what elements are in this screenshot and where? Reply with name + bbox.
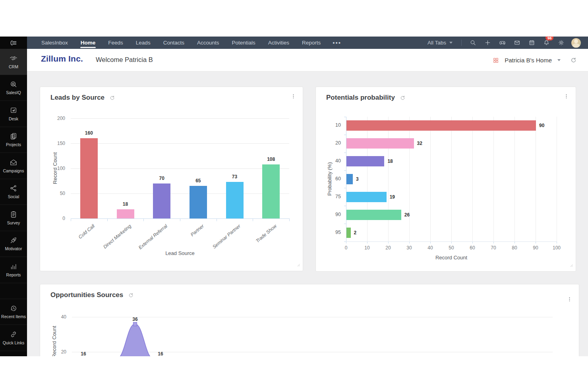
gridline [557,117,557,241]
point-value-label: 36 [129,317,141,322]
resize-handle[interactable] [296,262,301,269]
area-series[interactable] [72,284,553,356]
bar-value-label: 70 [153,176,170,181]
y-axis-tick [344,135,346,135]
bar-value-label: 32 [417,138,422,149]
sidebar-item-recent-items[interactable]: Recent Items [0,299,27,325]
x-axis-category-label: Trade Show [255,223,278,244]
gridline [536,117,536,241]
x-axis-title: Lead Source [71,250,289,256]
company-name: Zillum Inc. [41,54,83,64]
documents-icon [10,132,17,140]
resize-handle[interactable] [569,262,574,269]
tab-salesinbox[interactable]: SalesInbox [35,37,74,49]
chevron-down-icon[interactable] [557,59,561,61]
refresh-chart-button[interactable] [400,95,406,101]
bar-probability-95[interactable] [346,228,351,238]
y-axis-title: Probability (%) [327,147,333,211]
tab-contacts[interactable]: Contacts [157,37,191,49]
all-tabs-dropdown[interactable]: All Tabs [427,40,453,46]
calendar-icon [528,39,535,46]
sidebar-item-projects[interactable]: Projects [0,127,27,153]
y-axis-tick [344,241,346,242]
search-button[interactable] [466,37,480,49]
bar-value-label: 3 [356,174,359,184]
bar-probability-90[interactable] [346,210,401,220]
bar-value-label: 26 [404,210,410,220]
tab-feeds[interactable]: Feeds [102,37,130,49]
x-axis-tick-label: 20 [382,245,394,251]
bar-direct-marketing[interactable] [117,209,134,218]
bar-probability-10[interactable] [346,120,536,131]
chart-options-menu[interactable] [563,93,569,101]
leads-by-source-plot: 050100150200160Cold Call18Direct Marketi… [71,118,289,218]
chart-options-menu[interactable] [567,296,573,304]
bar-probability-60[interactable] [346,174,353,184]
tab-reports[interactable]: Reports [296,37,327,49]
gridline [71,168,289,169]
rocket-icon [10,236,17,244]
settings-button[interactable] [554,37,569,49]
bar-probability-75[interactable] [346,192,387,202]
tab-accounts[interactable]: Accounts [191,37,226,49]
link-icon [10,330,17,338]
sidebar-item-quick-links[interactable]: Quick Links [0,325,27,351]
x-axis-tick [71,218,71,221]
bar-seminar-partner[interactable] [226,182,244,218]
chart-options-menu[interactable] [290,93,296,101]
dashboard-content: Leads by Source 050100150200160Cold Call… [27,71,588,356]
games-button[interactable] [495,37,510,49]
sidebar-item-campaigns[interactable]: Campaigns [0,153,27,179]
sidebar-item-reports[interactable]: Reports [0,257,27,283]
bar-partner[interactable] [190,186,207,218]
more-tabs-button[interactable]: ••• [327,37,347,49]
mail-button[interactable] [510,37,524,49]
bar-value-label: 73 [226,174,244,180]
y-axis-tick [344,170,346,171]
sidebar-item-motivator[interactable]: Motivator [0,231,27,257]
add-button[interactable] [480,37,495,49]
bar-probability-40[interactable] [346,156,384,166]
bar-chart-icon [10,263,17,270]
sidebar-item-crm[interactable]: CRM [0,49,27,75]
x-axis-tick-label: 50 [445,245,457,251]
sidebar-item-social[interactable]: Social [0,179,27,205]
sidebar-item-salesiq[interactable]: SalesIQ [0,75,27,101]
x-axis-category-label: External Referral [137,223,168,251]
bar-value-label: 90 [539,120,544,131]
dashboard-selector[interactable]: Patricia B's Home [505,57,552,64]
bar-cold-call[interactable] [80,138,98,218]
y-axis-tick [344,188,346,188]
tab-activities[interactable]: Activities [262,37,296,49]
y-axis-tick [344,153,346,153]
point-value-label: 16 [155,351,166,356]
x-axis-tick-label: 60 [466,245,478,251]
bar-probability-20[interactable] [346,138,414,149]
y-axis-tick [344,224,346,224]
app-menu-button[interactable] [0,37,27,49]
refresh-dashboard-button[interactable] [570,57,577,64]
profile-menu[interactable] [569,37,583,49]
y-axis-tick [344,117,346,117]
dashboard-grid-icon [493,57,499,64]
gridline [409,117,410,241]
bar-external-referral[interactable] [153,183,170,218]
tab-leads[interactable]: Leads [130,37,157,49]
x-axis-category-label: Direct Marketing [102,223,132,250]
tab-potentials[interactable]: Potentials [225,37,261,49]
sidebar-item-survey[interactable]: Survey [0,205,27,231]
calendar-button[interactable] [524,37,539,49]
bar-value-label: 19 [390,192,395,202]
welcome-text: Welcome Patricia B [96,56,153,64]
x-axis-category-label: Seminar Partner [211,223,242,250]
gridline [451,117,452,241]
sidebar-item-desk[interactable]: Desk [0,101,27,127]
navbar-divider [461,40,462,46]
y-axis-title: Record Count [51,310,57,357]
refresh-chart-button[interactable] [109,95,115,101]
x-axis-tick-label: 100 [551,245,563,251]
notifications-button[interactable]: 96 [539,37,554,49]
y-axis-category-label: 10 [324,122,341,128]
tab-home[interactable]: Home [74,37,102,49]
bar-trade-show[interactable] [262,164,280,218]
